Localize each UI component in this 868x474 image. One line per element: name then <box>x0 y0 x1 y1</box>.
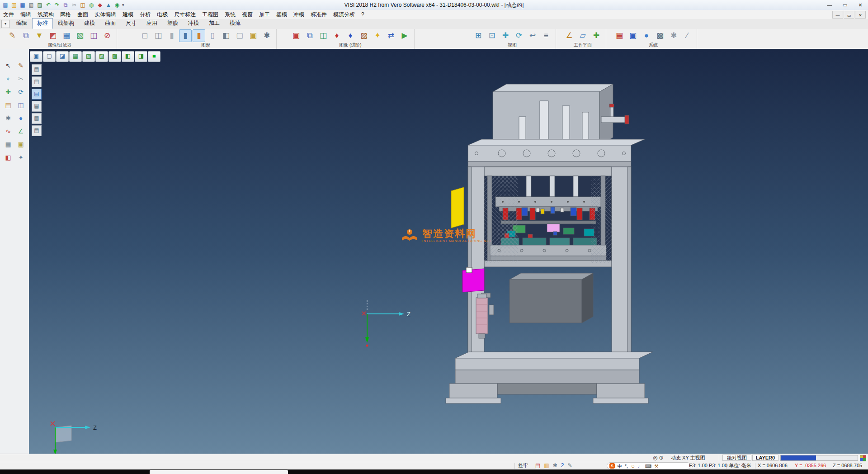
doc-tool-5[interactable]: ▤ <box>32 113 42 124</box>
doc-tool-6[interactable]: ▤ <box>32 125 42 136</box>
workplane-auto-icon[interactable]: ✚ <box>590 29 603 42</box>
display-config-icon[interactable]: ▣ <box>627 29 639 42</box>
zoom-window-icon[interactable]: ⊞ <box>472 29 485 42</box>
layers-icon[interactable]: ▤ <box>3 100 13 110</box>
ime-emoji-icon[interactable]: ☺ <box>631 463 635 469</box>
ghost-view-icon[interactable]: ▢ <box>233 29 246 42</box>
doc-tool-1[interactable]: ▤ <box>32 64 42 75</box>
absolute-view-label[interactable]: 绝对视图 <box>722 455 751 461</box>
print-icon[interactable]: ▧ <box>28 1 35 9</box>
undo-icon[interactable]: ↶ <box>45 1 52 9</box>
attribute-copy-icon[interactable]: ⧉ <box>19 29 32 42</box>
tab-曲面[interactable]: 曲面 <box>100 18 121 29</box>
named-views-icon[interactable]: ≡ <box>540 29 552 42</box>
tab-标准[interactable]: 标准 <box>32 18 53 29</box>
system-attributes-icon[interactable]: ✱ <box>667 29 680 42</box>
ime-toolbox-icon[interactable]: ⚒ <box>654 463 658 469</box>
curve-icon[interactable]: ∿ <box>3 126 13 136</box>
select-arrow-icon[interactable]: ↖ <box>3 61 13 71</box>
snap-grid-icon[interactable]: ▩ <box>654 29 666 42</box>
angle-icon[interactable]: ∠ <box>16 126 26 136</box>
workplane-view-icon[interactable]: ▱ <box>576 29 589 42</box>
attribute-paint-icon[interactable]: ✎ <box>6 29 19 42</box>
mdi-restore-button[interactable]: ▭ <box>844 11 854 19</box>
doc-tool-3[interactable]: ▤ <box>32 89 42 100</box>
tab-冲模[interactable]: 冲模 <box>183 18 204 29</box>
section-view-icon[interactable]: ◧ <box>220 29 232 42</box>
magenta-block-part[interactable] <box>462 269 484 292</box>
capture-image-icon[interactable]: ▣ <box>290 29 302 42</box>
doc-tool-2[interactable]: ▤ <box>32 76 42 87</box>
filter-reset-icon[interactable]: ⊘ <box>101 29 113 42</box>
maximize-button[interactable]: ▭ <box>837 0 853 10</box>
shaded-edges-mode-icon[interactable]: ▮ <box>179 29 192 42</box>
filter-color-icon[interactable]: ▧ <box>74 29 86 42</box>
view-back-button[interactable]: ◧ <box>122 51 134 62</box>
display-settings-icon[interactable]: ✱ <box>260 29 273 42</box>
tab-尺寸[interactable]: 尺寸 <box>121 18 142 29</box>
view-top-button[interactable]: ▦ <box>69 51 82 62</box>
tab-线架构[interactable]: 线架构 <box>53 18 79 29</box>
paste-icon[interactable]: ◫ <box>79 1 86 9</box>
lock-label[interactable]: 拴牢 <box>518 463 528 469</box>
cut-icon[interactable]: ✂ <box>71 1 78 9</box>
rotate-view-icon[interactable]: ⟳ <box>513 29 525 42</box>
menu-item-线架构[interactable]: 线架构 <box>34 10 57 19</box>
analysis-icon[interactable]: ▲ <box>105 1 112 9</box>
view-right-button[interactable]: ▨ <box>95 51 108 62</box>
lighting-icon[interactable]: ✦ <box>371 29 384 42</box>
rotate-icon[interactable]: ⟳ <box>16 87 26 97</box>
ime-toolbar[interactable]: S中°,☺♩⌨⚒ <box>607 462 691 469</box>
layer-indicator[interactable]: LAYER0 <box>752 455 778 461</box>
filter-element-icon[interactable]: ◩ <box>47 29 59 42</box>
ime-lang-indicator[interactable]: 中 <box>618 463 622 469</box>
transparency-icon[interactable]: ▯ <box>206 29 219 42</box>
menu-item-曲面[interactable]: 曲面 <box>74 10 91 19</box>
globe-icon[interactable]: ◉ <box>113 1 121 9</box>
doc-tool-4[interactable]: ▤ <box>32 101 42 112</box>
ime-punct-icon[interactable]: °, <box>625 463 628 469</box>
menu-item-加工[interactable]: 加工 <box>256 10 273 19</box>
blue-marker-icon[interactable]: ♦ <box>344 29 357 42</box>
paint-face-icon[interactable]: ◧ <box>3 152 13 162</box>
new-file-icon[interactable]: ▤ <box>2 1 9 9</box>
tab-应用[interactable]: 应用 <box>142 18 162 29</box>
render-sphere-icon[interactable]: ● <box>640 29 653 42</box>
sphere-icon[interactable]: ● <box>16 113 26 123</box>
texture-icon[interactable]: ▨ <box>358 29 370 42</box>
redo-icon[interactable]: ↷ <box>53 1 61 9</box>
menu-item-建模[interactable]: 建模 <box>119 10 137 19</box>
target-mode-icon[interactable]: ⊕ <box>659 455 663 461</box>
mirror-icon[interactable]: ◫ <box>16 100 26 110</box>
copy-icon[interactable]: ⧉ <box>62 1 69 9</box>
mdi-close-button[interactable]: ✕ <box>855 11 866 19</box>
render-mode-icon[interactable]: ◎ <box>653 455 657 461</box>
grid-icon[interactable]: ▦ <box>3 139 13 149</box>
menu-item-尺寸标注[interactable]: 尺寸标注 <box>171 10 199 19</box>
open-folder-icon[interactable]: ▥ <box>544 462 549 469</box>
snap-settings-icon[interactable]: ✱ <box>553 462 557 469</box>
highlight-icon[interactable]: ▣ <box>247 29 259 42</box>
edit-pencil-icon[interactable]: ✎ <box>16 61 26 71</box>
tab-建模[interactable]: 建模 <box>79 18 100 29</box>
red-marker-icon[interactable]: ♦ <box>330 29 343 42</box>
menu-item-分析[interactable]: 分析 <box>137 10 154 19</box>
hidden-line-mode-icon[interactable]: ◫ <box>152 29 165 42</box>
history-doc-icon[interactable]: ▤ <box>535 462 540 469</box>
iso-view-button[interactable]: ◪ <box>56 51 69 62</box>
ime-mic-icon[interactable]: ♩ <box>638 463 642 469</box>
trim-scissors-icon[interactable]: ✂ <box>16 74 26 84</box>
animate-icon[interactable]: ▶ <box>398 29 411 42</box>
workplane-xy-icon[interactable]: ∠ <box>563 29 576 42</box>
settings-gear-icon[interactable]: ✱ <box>3 113 13 123</box>
menu-item-视窗[interactable]: 视窗 <box>239 10 256 19</box>
move-icon[interactable]: ✚ <box>3 87 13 97</box>
ime-keyboard-icon[interactable]: ⌨ <box>645 463 651 469</box>
selection-count-badge[interactable]: 2 <box>561 462 564 469</box>
taskbar-search-box[interactable] <box>150 470 288 474</box>
tab-加工[interactable]: 加工 <box>204 18 225 29</box>
menu-item-网格[interactable]: 网格 <box>57 10 74 19</box>
annotate-icon[interactable]: ▣ <box>16 139 26 149</box>
menu-item-系统[interactable]: 系统 <box>222 10 239 19</box>
tab-塑膜[interactable]: 塑膜 <box>162 18 183 29</box>
